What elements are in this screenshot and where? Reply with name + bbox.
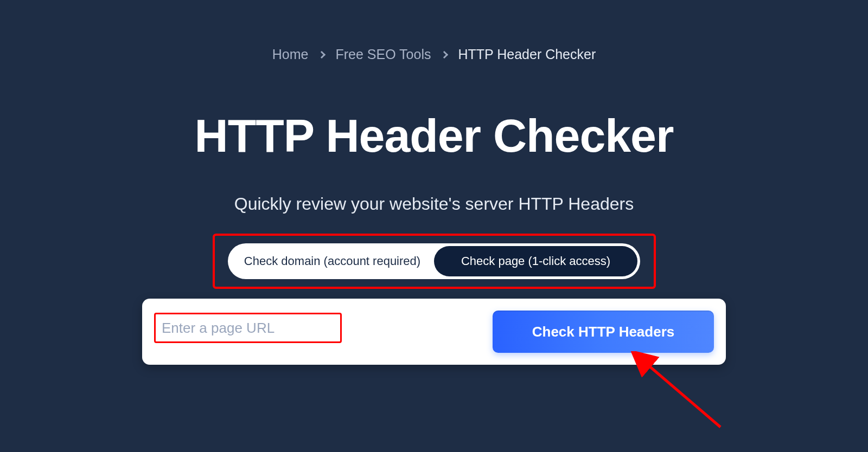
url-input-container — [154, 311, 485, 353]
breadcrumb-current: HTTP Header Checker — [458, 47, 596, 62]
page-title: HTTP Header Checker — [0, 109, 868, 163]
svg-line-0 — [644, 362, 720, 427]
chevron-right-icon — [441, 50, 448, 58]
annotation-toggle-highlight: Check domain (account required) Check pa… — [213, 234, 656, 289]
breadcrumb-free-seo-tools[interactable]: Free SEO Tools — [335, 47, 431, 62]
annotation-arrow-icon — [628, 351, 737, 443]
breadcrumb: Home Free SEO Tools HTTP Header Checker — [0, 0, 868, 62]
toggle-check-page[interactable]: Check page (1-click access) — [434, 246, 637, 276]
search-card: Check HTTP Headers — [142, 299, 726, 365]
toggle-check-domain[interactable]: Check domain (account required) — [231, 246, 434, 276]
page-subtitle: Quickly review your website's server HTT… — [0, 194, 868, 214]
mode-toggle: Check domain (account required) Check pa… — [228, 243, 640, 279]
url-input[interactable] — [154, 311, 485, 345]
breadcrumb-home[interactable]: Home — [272, 47, 309, 62]
check-http-headers-button[interactable]: Check HTTP Headers — [493, 311, 714, 353]
chevron-right-icon — [318, 50, 326, 58]
